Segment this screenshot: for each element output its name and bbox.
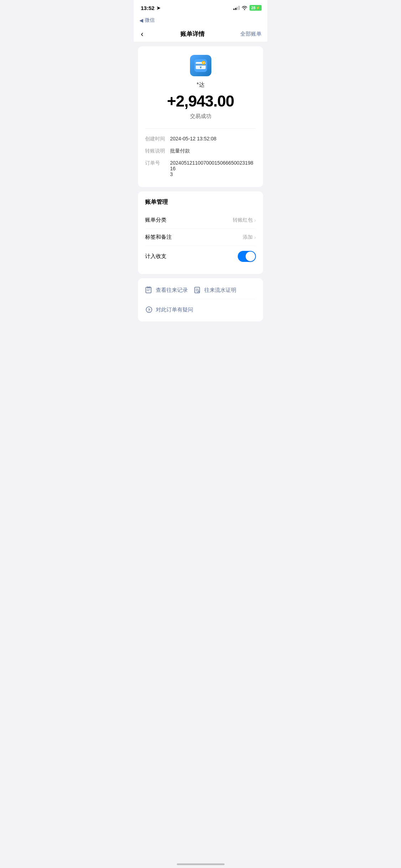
wechat-back-label[interactable]: ◀ 微信 (134, 16, 267, 26)
history-icon (145, 286, 153, 294)
merchant-name: *达 (145, 81, 256, 89)
tag-label: 标签和备注 (145, 234, 172, 241)
income-row: 计入收支 (145, 246, 256, 267)
payment-icon: ¥ (194, 59, 207, 72)
card-divider (145, 128, 256, 129)
all-bills-button[interactable]: 全部账单 (240, 31, 262, 37)
income-label: 计入收支 (145, 253, 166, 260)
back-button[interactable]: ‹ (139, 28, 145, 40)
question-label: 对此订单有疑问 (156, 306, 193, 313)
category-value: 转账红包 (233, 217, 253, 223)
action-row-top: 查看往来记录 往来流水证明 (145, 284, 256, 296)
view-history-label: 查看往来记录 (156, 287, 188, 294)
time-label: 创建时间 (145, 136, 170, 142)
svg-rect-8 (149, 287, 150, 288)
note-value: 批量付款 (170, 148, 256, 154)
question-icon: ? (145, 306, 153, 314)
transaction-card: ¥ *达 +2,943.00 交易成功 创建时间 2024-05-12 13:5… (138, 46, 263, 187)
status-icons: 28 (233, 5, 262, 11)
svg-text:?: ? (148, 308, 150, 312)
transaction-amount: +2,943.00 (145, 92, 256, 110)
tag-value-group: 添加 › (243, 234, 256, 241)
svg-rect-7 (147, 287, 148, 288)
category-row[interactable]: 账单分类 转账红包 › (145, 212, 256, 229)
management-title: 账单管理 (145, 198, 256, 206)
time-value: 2024-05-12 13:52:08 (170, 136, 256, 141)
action-row-bottom: ? 对此订单有疑问 (145, 299, 256, 316)
chevron-icon: › (254, 217, 256, 223)
toggle-thumb (246, 252, 255, 261)
signal-icon (233, 6, 240, 10)
status-bar: 13:52 ➤ 28 (134, 0, 267, 16)
wifi-icon (242, 6, 247, 10)
statement-label: 往来流水证明 (204, 287, 236, 294)
note-label: 转账说明 (145, 148, 170, 154)
page-title: 账单详情 (180, 30, 205, 38)
statement-button[interactable]: 往来流水证明 (194, 284, 236, 296)
category-value-group: 转账红包 › (233, 217, 256, 223)
info-row-time: 创建时间 2024-05-12 13:52:08 (145, 136, 256, 142)
income-toggle[interactable] (238, 251, 256, 262)
category-label: 账单分类 (145, 217, 166, 223)
chevron-icon-2: › (254, 234, 256, 240)
bottom-spacer (134, 326, 267, 347)
tag-value: 添加 (243, 234, 253, 241)
svg-text:¥: ¥ (200, 66, 201, 69)
order-value: 202405121100700015066650023198163 (170, 160, 256, 177)
statement-icon (194, 286, 201, 294)
info-row-note: 转账说明 批量付款 (145, 148, 256, 154)
tag-row[interactable]: 标签和备注 添加 › (145, 229, 256, 246)
merchant-icon: ¥ (190, 55, 211, 76)
transaction-status: 交易成功 (145, 113, 256, 120)
order-label: 订单号 (145, 160, 170, 166)
question-button[interactable]: ? 对此订单有疑问 (145, 304, 256, 316)
battery-icon: 28 (250, 5, 262, 11)
info-row-order: 订单号 202405121100700015066650023198163 (145, 160, 256, 177)
main-content: ¥ *达 +2,943.00 交易成功 创建时间 2024-05-12 13:5… (134, 42, 267, 351)
action-card: 查看往来记录 往来流水证明 (138, 278, 263, 321)
status-time: 13:52 ➤ (141, 5, 160, 11)
view-history-button[interactable]: 查看往来记录 (145, 284, 188, 296)
nav-bar: ‹ 账单详情 全部账单 (134, 26, 267, 42)
management-card: 账单管理 账单分类 转账红包 › 标签和备注 添加 › 计入收支 (138, 191, 263, 274)
